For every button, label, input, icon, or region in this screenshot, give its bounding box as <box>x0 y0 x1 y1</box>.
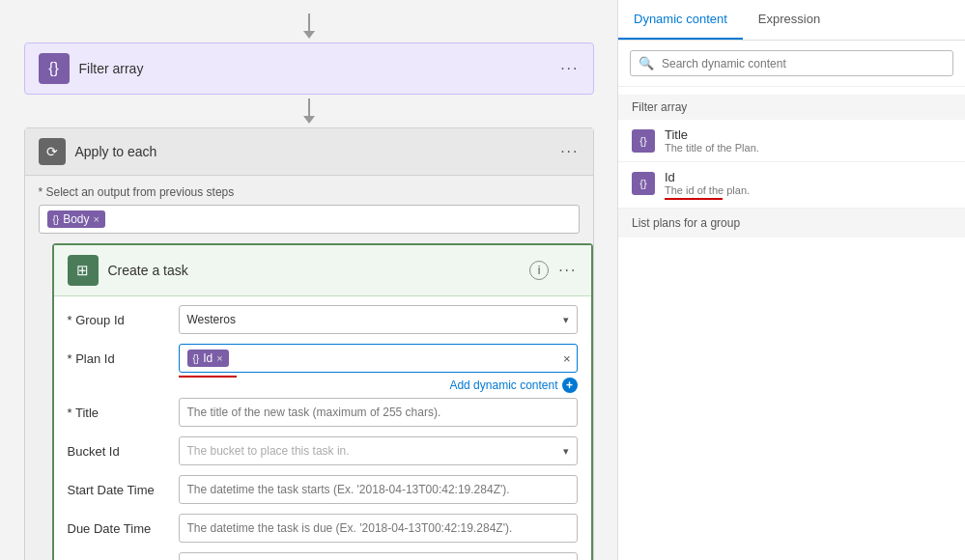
dynamic-item-id-text: Id The id of the plan. <box>665 170 750 200</box>
plan-id-field[interactable]: {} Id × × <box>179 344 578 373</box>
add-dynamic-plus-icon: + <box>562 378 578 393</box>
search-box[interactable]: 🔍 <box>630 50 953 76</box>
select-output-label: * Select an output from previous steps <box>39 185 580 199</box>
create-task-header-left: ⊞ Create a task <box>68 255 188 286</box>
due-date-input[interactable] <box>179 514 578 543</box>
group-id-chevron: ▾ <box>563 314 569 326</box>
title-label: * Title <box>68 406 179 420</box>
apply-to-each-block: ⟳ Apply to each ··· * Select an output f… <box>24 127 594 560</box>
body-tag-close[interactable]: × <box>94 213 99 225</box>
dynamic-content-tab[interactable]: Dynamic content <box>618 0 743 40</box>
bucket-id-row: Bucket Id The bucket to place this task … <box>68 435 578 466</box>
apply-to-each-header: ⟳ Apply to each ··· <box>25 128 593 176</box>
assigned-user-input[interactable] <box>179 552 578 560</box>
dynamic-item-id-name: Id <box>665 170 750 184</box>
bucket-id-chevron: ▾ <box>563 445 569 458</box>
create-task-header: ⊞ Create a task i ··· <box>54 245 591 296</box>
filter-array-left: {} Filter array <box>39 53 144 84</box>
group-id-row: * Group Id Westeros ▾ <box>68 304 578 335</box>
dynamic-panel-content: Filter array {} Title The title of the P… <box>618 87 965 560</box>
create-task-icon: ⊞ <box>68 255 99 286</box>
plan-id-tag-close[interactable]: × <box>216 352 222 364</box>
plan-id-tag-label: Id <box>203 351 213 365</box>
body-tag: {} Body × <box>47 210 105 228</box>
dynamic-item-id-underline <box>665 198 723 200</box>
add-dynamic-content-button[interactable]: Add dynamic content + <box>449 378 577 393</box>
expression-tab[interactable]: Expression <box>743 0 836 40</box>
apply-to-each-body: * Select an output from previous steps {… <box>25 176 593 560</box>
title-row: * Title <box>68 397 578 428</box>
plan-id-tag: {} Id × <box>187 350 229 367</box>
dynamic-item-id-icon: {} <box>632 172 655 195</box>
apply-to-each-icon: ⟳ <box>39 138 66 165</box>
group-id-value: Westeros <box>187 313 236 326</box>
dynamic-item-id-desc: The id of the plan. <box>665 184 750 196</box>
group-id-label: * Group Id <box>68 313 179 327</box>
apply-to-each-ellipsis[interactable]: ··· <box>560 143 579 160</box>
search-icon: 🔍 <box>639 56 654 70</box>
plan-id-row: * Plan Id {} Id × × <box>68 343 578 374</box>
info-icon[interactable]: i <box>529 261 549 280</box>
create-task-block: ⊞ Create a task i ··· * <box>52 243 593 560</box>
filter-array-ellipsis[interactable]: ··· <box>560 60 579 77</box>
bucket-id-placeholder: The bucket to place this task in. <box>187 444 350 458</box>
body-tag-icon: {} <box>53 214 60 225</box>
create-task-form: * Group Id Westeros ▾ * Plan Id {} <box>54 296 591 560</box>
arrow-connector-2 <box>303 98 315 124</box>
filter-array-block: {} Filter array ··· <box>24 42 594 95</box>
due-date-label: Due Date Time <box>68 521 179 536</box>
dynamic-item-title[interactable]: {} Title The title of the Plan. <box>618 120 965 162</box>
dynamic-item-id[interactable]: {} Id The id of the plan. <box>618 162 965 209</box>
apply-to-each-title: Apply to each <box>75 144 157 159</box>
assigned-user-row: Assigned User Ids <box>68 551 578 560</box>
add-dynamic-row: Add dynamic content + <box>68 378 578 393</box>
dynamic-content-panel: Dynamic content Expression 🔍 Filter arra… <box>617 0 965 560</box>
body-tag-label: Body <box>63 212 89 226</box>
start-date-row: Start Date Time <box>68 474 578 505</box>
create-task-ellipsis[interactable]: ··· <box>558 262 577 279</box>
flow-area: {} Filter array ··· ⟳ Apply to each ··· … <box>0 0 617 560</box>
create-task-header-icons: i ··· <box>529 261 577 280</box>
plan-id-label: * Plan Id <box>68 351 179 366</box>
bucket-id-select[interactable]: The bucket to place this task in. ▾ <box>179 436 578 465</box>
apply-to-each-header-left: ⟳ Apply to each <box>39 138 157 165</box>
start-date-input[interactable] <box>179 475 578 504</box>
filter-array-section-title: Filter array <box>618 95 965 120</box>
dynamic-item-title-text: Title The title of the Plan. <box>665 127 759 154</box>
plan-id-clear-icon[interactable]: × <box>563 351 571 366</box>
title-input[interactable] <box>179 398 578 427</box>
add-dynamic-label: Add dynamic content <box>449 378 557 392</box>
plan-id-tag-icon: {} <box>193 353 200 364</box>
group-id-select[interactable]: Westeros ▾ <box>179 305 578 334</box>
list-plans-section: List plans for a group <box>618 209 965 238</box>
filter-array-icon: {} <box>39 53 70 84</box>
dynamic-panel-tabs: Dynamic content Expression <box>618 0 965 41</box>
select-output-input[interactable]: {} Body × <box>39 205 580 234</box>
dynamic-item-title-desc: The title of the Plan. <box>665 142 759 154</box>
filter-icon-symbol: {} <box>48 60 59 77</box>
arrow-connector-1 <box>303 14 315 39</box>
dynamic-item-title-name: Title <box>665 127 759 142</box>
bucket-id-label: Bucket Id <box>68 444 179 459</box>
due-date-row: Due Date Time <box>68 513 578 544</box>
filter-array-title: Filter array <box>79 61 144 76</box>
start-date-label: Start Date Time <box>68 483 179 497</box>
dynamic-panel-search: 🔍 <box>618 41 965 87</box>
create-task-title: Create a task <box>108 263 188 278</box>
search-dynamic-input[interactable] <box>662 57 945 70</box>
dynamic-item-title-icon: {} <box>632 129 655 153</box>
